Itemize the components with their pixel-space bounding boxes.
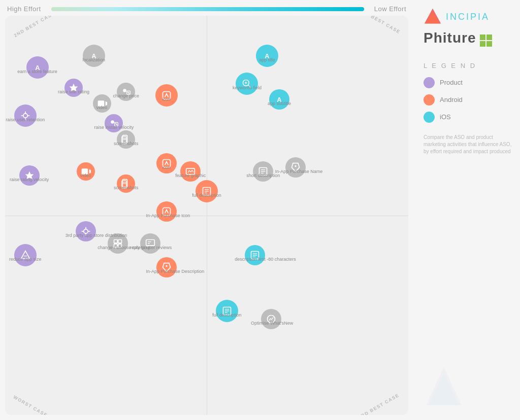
- bubble-in-app-purchase-icon[interactable]: In-App Purchase Icon: [156, 201, 177, 222]
- corner-label-best: BEST CASE: [370, 16, 401, 35]
- svg-rect-43: [146, 239, 154, 246]
- svg-marker-55: [21, 251, 29, 259]
- legend-title: L E G E N D: [424, 62, 476, 69]
- legend-item-product: Product: [424, 77, 463, 88]
- incipia-icon: [424, 8, 442, 26]
- main-area: High Effort Low Effort High Impact Low I…: [0, 0, 413, 420]
- bubble-short-description[interactable]: short description: [253, 161, 273, 182]
- legend-label-ios: iOS: [440, 113, 451, 121]
- bubble-raise-star-rating[interactable]: raise star rating: [64, 79, 83, 97]
- svg-rect-48: [114, 243, 118, 247]
- effort-bar-container: High Effort Low Effort: [5, 5, 408, 13]
- legend-description: Compare the ASO and product marketing ac…: [424, 134, 512, 155]
- corner-label-2nd-best: 2ND BEST CASE: [13, 16, 56, 38]
- svg-line-34: [248, 85, 251, 87]
- bubble-earn-store-feature[interactable]: Aearn a store feature: [26, 56, 49, 79]
- svg-point-57: [166, 265, 167, 267]
- bubble-raise-install-velocity[interactable]: raise install velocity: [105, 114, 123, 132]
- legend-item-ios: iOS: [424, 112, 451, 123]
- phiture-icon: [480, 34, 492, 47]
- svg-rect-47: [118, 239, 122, 243]
- svg-point-50: [84, 229, 88, 233]
- svg-text:A: A: [265, 52, 269, 59]
- legend-item-android: Android: [424, 94, 463, 106]
- svg-text:A: A: [91, 52, 96, 59]
- svg-point-5: [23, 114, 27, 118]
- bubble-full-description-1[interactable]: full description: [196, 180, 218, 202]
- high-effort-label: High Effort: [7, 5, 41, 13]
- incipia-text: INCIPIA: [446, 12, 490, 22]
- svg-marker-2: [70, 83, 78, 91]
- bubble-reduce-app-size[interactable]: reduce app size: [14, 244, 37, 266]
- bubble-video-2[interactable]: video: [77, 162, 95, 181]
- bubble-description-80[interactable]: description first -80 characters: [245, 245, 265, 265]
- svg-rect-28: [162, 207, 170, 215]
- chart-area: High Impact Low Impact 2ND BEST CASE BES…: [5, 16, 408, 415]
- legend-dot-ios: [424, 112, 435, 123]
- bubble-change-choose-category[interactable]: change / choose category: [108, 233, 128, 254]
- svg-rect-49: [118, 243, 122, 247]
- incipia-logo-area: INCIPIA: [424, 8, 490, 26]
- bubble-full-description-2[interactable]: full description: [216, 300, 238, 322]
- legend-label-product: Product: [440, 79, 463, 86]
- svg-rect-46: [114, 239, 118, 243]
- svg-marker-18: [25, 171, 34, 179]
- corner-label-3rd-best: 3RD BEST CASE: [358, 393, 400, 415]
- legend-dot-android: [424, 94, 435, 106]
- bubble-app-subtitle[interactable]: Aapp subtitle: [269, 89, 289, 110]
- bubble-keywords-field[interactable]: keywords field: [236, 73, 258, 95]
- quadrant-chart: 2ND BEST CASE BEST CASE WORST CASE 3RD B…: [5, 16, 408, 415]
- bubble-change-price[interactable]: change price: [117, 83, 135, 101]
- svg-marker-70: [429, 372, 459, 405]
- sidebar: INCIPIA Phiture L E G E N D Product Andr…: [413, 0, 520, 420]
- bubble-app-title[interactable]: Aapp title: [256, 45, 278, 67]
- svg-point-12: [111, 121, 115, 124]
- corner-label-worst: WORST CASE: [13, 395, 49, 415]
- phiture-text: Phiture: [424, 30, 476, 46]
- svg-marker-20: [89, 169, 90, 173]
- svg-rect-25: [162, 92, 170, 99]
- bubble-optimise-whats-new[interactable]: Optimise What'sNew: [261, 309, 281, 329]
- bubble-in-app-purchase-desc[interactable]: In-App Purchase Description: [156, 257, 177, 277]
- legend-label-android: Android: [440, 96, 463, 103]
- watermark: [424, 365, 464, 412]
- legend-dot-product: [424, 77, 435, 88]
- bubble-icon-1[interactable]: icon: [155, 84, 178, 107]
- bubble-raise-user-retention[interactable]: raise user retention: [14, 104, 37, 127]
- bubble-feature-graphic[interactable]: feature graphic: [180, 161, 201, 182]
- bubble-video-1[interactable]: video: [93, 94, 111, 113]
- phiture-logo: Phiture: [424, 30, 492, 47]
- svg-rect-26: [162, 160, 170, 167]
- bubble-icon-2[interactable]: icon: [156, 153, 177, 173]
- svg-marker-4: [105, 101, 107, 106]
- bubble-screenshots-2[interactable]: screenshots: [117, 174, 135, 193]
- svg-rect-3: [98, 100, 104, 107]
- svg-point-10: [123, 89, 126, 92]
- bubble-screenshots-1[interactable]: screenshots: [117, 130, 135, 149]
- bubble-3rd-party-distribution[interactable]: 3rd party app store distribution: [76, 221, 96, 241]
- low-effort-label: Low Effort: [374, 5, 406, 13]
- svg-rect-19: [81, 168, 88, 174]
- svg-point-42: [295, 165, 296, 167]
- svg-text:A: A: [277, 96, 281, 103]
- effort-gradient-bar: [51, 7, 364, 11]
- svg-text:A: A: [35, 64, 40, 72]
- bubble-reply-to-user-reviews[interactable]: reply to user reviews: [140, 233, 160, 254]
- bubble-localization[interactable]: Alocalization: [83, 45, 105, 67]
- watermark-icon: [424, 365, 464, 410]
- bubble-in-app-purchase-name[interactable]: In-App Purchase Name: [285, 157, 306, 178]
- bubble-raise-rating-velocity[interactable]: raise rating velocity: [19, 165, 40, 186]
